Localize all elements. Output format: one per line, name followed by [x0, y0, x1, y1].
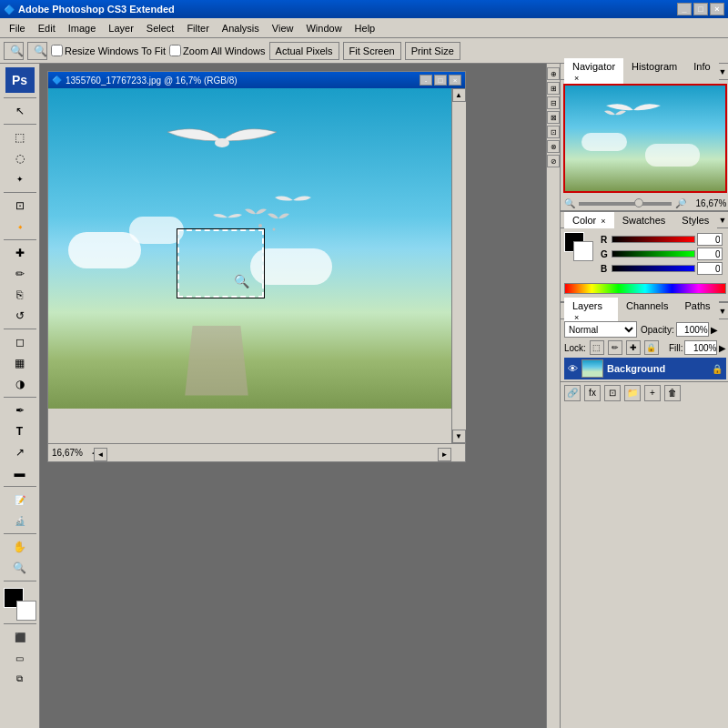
color-fg-bg[interactable] [564, 232, 593, 261]
side-icon-2[interactable]: ⊞ [547, 82, 560, 95]
fill-input[interactable] [684, 340, 717, 355]
zoom-all-checkbox[interactable]: Zoom All Windows [169, 45, 265, 56]
tool-clone-stamp[interactable]: ⎘ [10, 285, 30, 305]
new-layer-btn[interactable]: + [644, 385, 661, 401]
tab-histogram[interactable]: Histogram [623, 58, 685, 86]
close-button[interactable]: × [710, 3, 724, 15]
resize-windows-input[interactable] [51, 45, 63, 56]
layer-background[interactable]: 👁 Background 🔒 [564, 358, 726, 379]
doc-close[interactable]: × [449, 75, 461, 86]
tool-dodge[interactable]: ◑ [10, 374, 30, 394]
menu-analysis[interactable]: Analysis [217, 21, 265, 35]
tool-eraser[interactable]: ◻ [10, 332, 30, 352]
menu-image[interactable]: Image [63, 21, 102, 35]
menu-filter[interactable]: Filter [181, 21, 214, 35]
tool-eyedropper[interactable]: 🔸 [10, 217, 30, 237]
zoom-in-icon[interactable]: 🔎 [675, 198, 686, 208]
layer-mask-btn[interactable]: ⊡ [604, 385, 621, 401]
side-icon-6[interactable]: ⊗ [547, 140, 560, 153]
layer-fx-btn[interactable]: fx [584, 385, 601, 401]
tool-path-select[interactable]: ↗ [10, 442, 30, 462]
tool-pen[interactable]: ✒ [10, 400, 30, 420]
tab-color[interactable]: Color × [564, 212, 614, 228]
tool-quick-select[interactable]: ✦ [10, 169, 30, 189]
menu-select[interactable]: Select [141, 21, 180, 35]
side-icon-3[interactable]: ⊟ [547, 96, 560, 109]
color-selector[interactable] [4, 588, 36, 621]
zoom-in-button[interactable]: 🔍 [27, 42, 47, 60]
zoom-out-icon[interactable]: 🔍 [564, 198, 575, 208]
zoom-out-button[interactable]: 🔍 [4, 42, 24, 60]
fill-arrow[interactable]: ▶ [719, 343, 726, 353]
tool-hand[interactable]: ✋ [10, 537, 30, 557]
color-g-input[interactable] [697, 248, 723, 260]
rainbow-bar[interactable] [564, 283, 726, 294]
lock-all-btn[interactable]: 🔒 [644, 340, 659, 355]
scroll-up[interactable]: ▲ [452, 88, 466, 102]
scroll-left[interactable]: ◄ [94, 448, 107, 461]
layers-panel-menu[interactable]: ▼ [719, 307, 727, 316]
zoom-slider[interactable] [579, 202, 672, 206]
tab-navigator[interactable]: Navigator × [564, 58, 623, 86]
menu-layer[interactable]: Layer [103, 21, 139, 35]
tool-crop[interactable]: ⊡ [10, 196, 30, 216]
zoom-slider-thumb[interactable] [634, 198, 643, 207]
doc-minimize[interactable]: - [420, 75, 432, 86]
background-color[interactable] [16, 601, 36, 621]
opacity-arrow[interactable]: ▶ [711, 325, 718, 335]
delete-layer-btn[interactable]: 🗑 [664, 385, 681, 401]
lock-transparent-btn[interactable]: ⬚ [590, 340, 604, 355]
lock-pixels-btn[interactable]: ✏ [608, 340, 622, 355]
side-icon-1[interactable]: ⊕ [547, 67, 560, 80]
menu-edit[interactable]: Edit [33, 21, 61, 35]
scroll-right[interactable]: ► [438, 448, 451, 461]
color-r-track[interactable] [612, 236, 695, 243]
doc-scrollbar-v[interactable]: ▲ ▼ [451, 88, 465, 443]
tool-zoom[interactable]: 🔍 [10, 558, 30, 578]
fit-screen-button[interactable]: Fit Screen [343, 42, 401, 60]
menu-window[interactable]: Window [300, 21, 347, 35]
color-background[interactable] [573, 241, 593, 261]
change-screen-btn[interactable]: ⧉ [10, 669, 30, 689]
close-navigator-tab[interactable]: × [574, 74, 579, 83]
doc-canvas[interactable]: 🔍 [48, 88, 451, 409]
document-controls[interactable]: - □ × [420, 75, 461, 86]
tool-healing[interactable]: ✚ [10, 243, 30, 263]
menu-help[interactable]: Help [349, 21, 381, 35]
tab-swatches[interactable]: Swatches [614, 212, 674, 228]
layer-visibility-toggle[interactable]: 👁 [568, 363, 578, 374]
color-g-track[interactable] [612, 250, 695, 258]
tab-info[interactable]: Info [685, 58, 718, 86]
tool-selection[interactable]: ⬚ [10, 127, 30, 147]
menu-view[interactable]: View [267, 21, 299, 35]
tool-gradient[interactable]: ▦ [10, 353, 30, 373]
tool-move[interactable]: ↖ [10, 101, 30, 121]
nav-panel-menu[interactable]: ▼ [719, 67, 727, 76]
zoom-all-input[interactable] [169, 45, 181, 56]
link-layers-btn[interactable]: 🔗 [564, 385, 581, 401]
menu-file[interactable]: File [4, 21, 31, 35]
blend-mode-select[interactable]: Normal [564, 321, 637, 338]
color-panel-menu[interactable]: ▼ [719, 216, 727, 225]
tool-notes[interactable]: 📝 [10, 490, 30, 510]
screen-mode-btn[interactable]: ▭ [10, 648, 30, 668]
tab-layers[interactable]: Layers × [564, 298, 618, 325]
color-r-input[interactable] [697, 233, 723, 246]
side-icon-5[interactable]: ⊡ [547, 126, 560, 138]
title-bar-controls[interactable]: _ □ × [677, 3, 724, 15]
color-b-input[interactable] [697, 262, 723, 275]
tool-history-brush[interactable]: ↺ [10, 306, 30, 326]
tool-type[interactable]: T [10, 421, 30, 441]
scroll-down[interactable]: ▼ [452, 430, 466, 443]
quick-mask-btn[interactable]: ⬛ [10, 627, 30, 647]
resize-windows-checkbox[interactable]: Resize Windows To Fit [51, 45, 166, 56]
opacity-input[interactable] [676, 322, 709, 337]
layer-group-btn[interactable]: 📁 [624, 385, 641, 401]
side-icon-4[interactable]: ⊠ [547, 111, 560, 124]
print-size-button[interactable]: Print Size [405, 42, 460, 60]
color-b-track[interactable] [612, 265, 695, 272]
doc-scrollbar-h[interactable]: ◄ ► [94, 448, 451, 461]
side-icon-7[interactable]: ⊘ [547, 155, 560, 167]
actual-pixels-button[interactable]: Actual Pixels [269, 42, 339, 60]
tab-styles[interactable]: Styles [673, 212, 717, 228]
